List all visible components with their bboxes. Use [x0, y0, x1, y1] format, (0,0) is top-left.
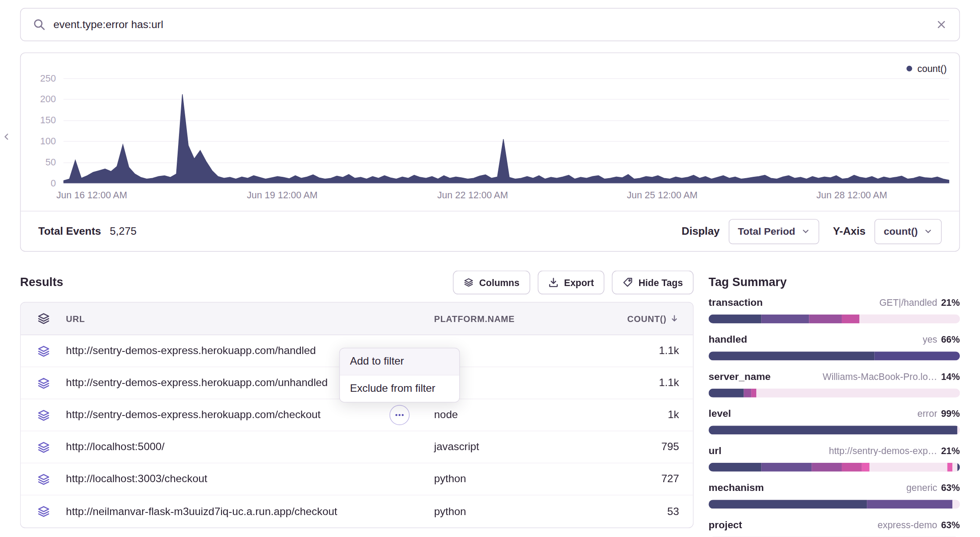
tag-summary-item: mechanism generic 63% [708, 482, 960, 508]
chevron-down-icon [801, 227, 810, 236]
x-axis-tick: Jun 22 12:00 AM [437, 190, 508, 200]
tag-name: mechanism [708, 482, 764, 494]
table-row[interactable]: http://sentry-demos-express.herokuapp.co… [21, 399, 693, 431]
columns-button[interactable]: Columns [453, 271, 530, 294]
chart-legend[interactable]: count() [907, 63, 947, 74]
tag-distribution-bar[interactable] [708, 500, 960, 508]
x-axis-tick: Jun 28 12:00 AM [816, 190, 887, 200]
export-button-label: Export [564, 277, 594, 288]
yaxis-dropdown[interactable]: count() [874, 218, 942, 243]
tag-distribution-bar[interactable] [708, 426, 960, 434]
tag-percentage: 14% [941, 371, 960, 382]
y-axis-tick: 250 [28, 73, 56, 83]
count-cell: 1.1k [585, 345, 693, 358]
layers-icon [21, 473, 66, 486]
tag-bar-segment[interactable] [859, 315, 960, 323]
sidebar-collapse-icon[interactable] [3, 131, 11, 143]
tag-bar-segment[interactable] [809, 315, 841, 323]
tag-name: level [708, 408, 731, 419]
tag-bar-segment[interactable] [952, 463, 957, 472]
tag-bar-segment[interactable] [867, 500, 952, 508]
tag-bar-segment[interactable] [957, 426, 960, 434]
menu-item-exclude-from-filter[interactable]: Exclude from filter [340, 376, 459, 402]
tag-top-value: error [917, 408, 937, 419]
url-text: http://sentry-demos-express.herokuapp.co… [66, 345, 316, 358]
url-cell[interactable]: http://localhost:3003/checkout [66, 463, 434, 495]
tag-distribution-bar[interactable] [708, 315, 960, 323]
tag-icon [623, 277, 633, 287]
tag-bar-segment[interactable] [862, 463, 869, 472]
menu-item-add-to-filter[interactable]: Add to filter [340, 348, 459, 375]
tag-bar-segment[interactable] [874, 351, 960, 360]
tag-distribution-bar[interactable] [708, 351, 960, 360]
url-cell[interactable]: http://neilmanvar-flask-m3uuizd7iq-uc.a.… [66, 495, 434, 527]
y-axis-tick: 100 [28, 136, 56, 146]
count-cell: 1.1k [585, 377, 693, 390]
count-cell: 53 [585, 505, 693, 518]
results-table: URL PLATFORM.NAME COUNT() http://sentry-… [20, 302, 694, 528]
table-row[interactable]: http://localhost:5000/ javascript 795 [21, 431, 693, 463]
count-header-label: COUNT() [627, 314, 667, 324]
tag-percentage: 66% [941, 334, 960, 344]
tag-bar-segment[interactable] [708, 389, 744, 397]
tag-bar-segment[interactable] [762, 315, 809, 323]
layers-icon [21, 376, 66, 390]
column-header-url[interactable]: URL [66, 303, 434, 335]
tag-name: handled [708, 334, 747, 345]
tag-top-value: express-demo [877, 519, 937, 530]
tag-bar-segment[interactable] [708, 463, 761, 472]
column-header-platform[interactable]: PLATFORM.NAME [434, 314, 585, 324]
tag-summary-item: handled yes 66% [708, 334, 960, 360]
events-area-chart[interactable]: 250200150100500 [64, 78, 949, 183]
tag-bar-segment[interactable] [744, 389, 751, 397]
layers-icon [21, 408, 66, 422]
tag-summary-title: Tag Summary [708, 271, 960, 294]
tag-bar-segment[interactable] [708, 500, 867, 508]
tag-bar-segment[interactable] [812, 463, 842, 472]
tag-bar-segment[interactable] [957, 463, 960, 472]
table-row[interactable]: http://localhost:3003/checkout python 72… [21, 463, 693, 495]
tag-bar-segment[interactable] [952, 500, 960, 508]
tag-summary-item: url http://sentry-demos-exp… 21% [708, 445, 960, 472]
tag-bar-segment[interactable] [708, 351, 874, 360]
column-header-count[interactable]: COUNT() [585, 314, 693, 324]
stack-icon [463, 277, 473, 287]
yaxis-label: Y-Axis [833, 225, 866, 238]
x-axis-tick: Jun 19 12:00 AM [247, 190, 318, 200]
tag-name: project [708, 519, 742, 531]
url-cell[interactable]: http://localhost:5000/ [66, 431, 434, 463]
tag-bar-segment[interactable] [762, 463, 812, 472]
export-button[interactable]: Export [538, 271, 605, 294]
tag-distribution-bar[interactable] [708, 463, 960, 472]
hide-tags-button[interactable]: Hide Tags [612, 271, 694, 294]
tag-bar-segment[interactable] [842, 463, 862, 472]
legend-label: count() [917, 63, 947, 74]
sort-desc-icon [670, 314, 679, 323]
tag-name: url [708, 445, 721, 457]
tag-bar-segment[interactable] [842, 315, 859, 323]
url-cell[interactable]: http://sentry-demos-express.herokuapp.co… [66, 399, 434, 431]
display-dropdown-value: Total Period [738, 226, 795, 237]
tag-bar-segment[interactable] [708, 426, 957, 434]
tag-distribution-bar[interactable] [708, 389, 960, 397]
tag-bar-segment[interactable] [751, 389, 756, 397]
url-text: http://localhost:3003/checkout [66, 473, 207, 486]
search-bar [20, 8, 960, 41]
table-row[interactable]: http://neilmanvar-flask-m3uuizd7iq-uc.a.… [21, 495, 693, 527]
tag-percentage: 63% [941, 482, 960, 493]
tag-bar-segment[interactable] [708, 315, 761, 323]
display-dropdown[interactable]: Total Period [729, 218, 819, 243]
total-events-label: Total Events [38, 225, 101, 238]
cell-actions-button[interactable] [390, 405, 410, 425]
tag-summary-item: level error 99% [708, 408, 960, 434]
clear-search-icon[interactable] [936, 19, 947, 30]
y-axis-tick: 50 [28, 157, 56, 167]
layers-icon [21, 344, 66, 358]
tag-bar-segment[interactable] [756, 389, 960, 397]
tag-summary-item: transaction GET|/handled 21% [708, 297, 960, 323]
tag-bar-segment[interactable] [869, 463, 948, 472]
search-input[interactable] [54, 18, 928, 31]
tag-top-value: yes [923, 334, 937, 344]
tag-percentage: 21% [941, 297, 960, 308]
tag-bar-segment[interactable] [948, 463, 952, 472]
